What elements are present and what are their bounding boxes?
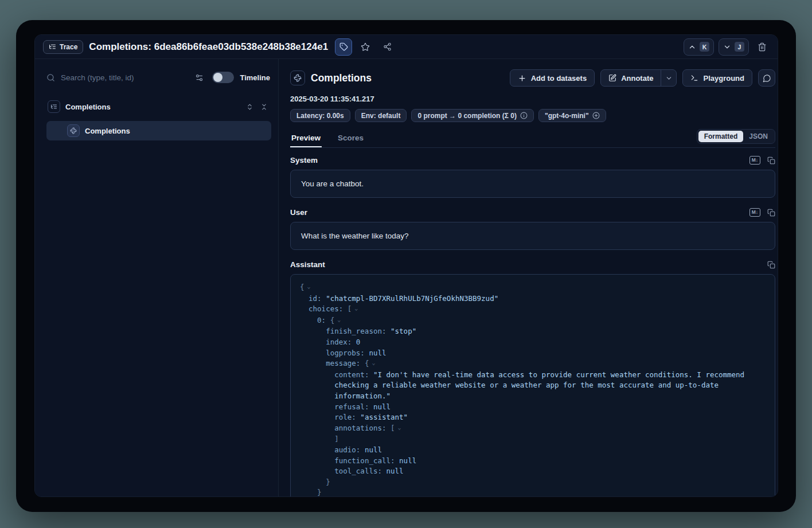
- annotate-dropdown-button[interactable]: [661, 70, 676, 86]
- comments-button[interactable]: [758, 69, 775, 87]
- assistant-head-icons: [767, 261, 775, 269]
- json-code-line: logprobs: null: [300, 348, 766, 359]
- tab-preview[interactable]: Preview: [290, 130, 322, 147]
- toggle-knob: [213, 73, 222, 82]
- tab-scores[interactable]: Scores: [337, 130, 365, 147]
- generation-icon-box: [290, 71, 305, 85]
- latency-badge: Latency: 0.00s: [290, 109, 350, 122]
- trace-header: Trace Completions: 6dea86b6feae03db538e2…: [35, 35, 778, 59]
- system-message-box: You are a chatbot.: [290, 170, 775, 198]
- collapse-caret-icon[interactable]: ⌄: [354, 305, 358, 311]
- app-body: Timeline Completions: [35, 59, 778, 496]
- playground-label: Playground: [703, 74, 744, 83]
- observation-detail-panel: Completions Add to datasets: [279, 59, 778, 496]
- app-chrome: Trace Completions: 6dea86b6feae03db538e2…: [34, 34, 778, 497]
- model-badge-label: "gpt-4o-mini": [545, 112, 589, 120]
- add-to-datasets-button[interactable]: Add to datasets: [510, 69, 595, 87]
- star-icon: [361, 42, 370, 52]
- json-code-line: function_call: null: [300, 456, 766, 467]
- annotate-button[interactable]: Annotate: [601, 70, 661, 86]
- assistant-section-head: Assistant: [290, 260, 775, 269]
- plus-icon: [518, 74, 526, 83]
- copy-button[interactable]: [767, 261, 775, 269]
- markdown-toggle-button[interactable]: M↓: [749, 156, 760, 164]
- search-input[interactable]: [61, 73, 186, 82]
- markdown-toggle-button[interactable]: M↓: [749, 208, 760, 216]
- json-code-line: content: "I don't have real-time data ac…: [300, 370, 766, 402]
- collapse-caret-icon[interactable]: ⌄: [337, 316, 341, 323]
- assistant-title: Assistant: [290, 260, 325, 269]
- json-code-line: }: [300, 487, 766, 496]
- badges-row: Latency: 0.00s Env: default 0 prompt → 0…: [290, 109, 775, 122]
- collapse-caret-icon[interactable]: ⌄: [372, 359, 375, 366]
- chevron-down-icon: [723, 43, 731, 51]
- trace-root-icon-box: [48, 100, 60, 113]
- tree-item-trace-root[interactable]: Completions: [46, 98, 271, 115]
- list-tree-icon: [49, 43, 56, 50]
- env-badge: Env: default: [355, 109, 407, 122]
- trace-title: Completions: 6dea86b6feae03db538e248b38e…: [89, 41, 328, 53]
- terminal-icon: [690, 74, 698, 82]
- json-code-line: }: [300, 477, 766, 488]
- prev-trace-button[interactable]: K: [684, 38, 714, 56]
- observation-header: Completions Add to datasets: [290, 68, 775, 88]
- generation-fan-icon: [294, 74, 302, 82]
- json-code-line: choices: [⌄: [300, 304, 766, 315]
- json-code-line: role: "assistant": [300, 412, 766, 423]
- star-button[interactable]: [357, 38, 374, 56]
- annotate-split-button: Annotate: [600, 69, 677, 87]
- system-section-head: System M↓: [290, 156, 775, 165]
- format-formatted-button[interactable]: Formatted: [698, 131, 744, 142]
- collapse-caret-icon[interactable]: ⌄: [307, 283, 311, 290]
- trace-type-badge: Trace: [43, 40, 83, 54]
- copy-button[interactable]: [767, 209, 775, 217]
- shortcut-key-j: J: [735, 42, 744, 52]
- tag-icon: [339, 42, 348, 51]
- annotate-label: Annotate: [621, 74, 653, 83]
- circle-plus-icon[interactable]: [592, 112, 600, 119]
- next-trace-button[interactable]: J: [719, 38, 749, 56]
- share-icon: [383, 42, 392, 51]
- markdown-icon: M↓: [749, 156, 760, 164]
- search-icon: [46, 73, 55, 82]
- message-circle-icon: [763, 74, 771, 83]
- timeline-toggle[interactable]: [212, 72, 234, 83]
- collapse-caret-icon[interactable]: ⌄: [398, 424, 401, 431]
- json-code-line: index: 0: [300, 337, 766, 348]
- tag-button[interactable]: [335, 38, 352, 56]
- tree-item-completions[interactable]: Completions: [46, 121, 271, 140]
- tree-actions: [243, 100, 270, 113]
- user-section: User M↓ What is the weat: [290, 208, 775, 250]
- latency-badge-label: Latency: 0.00s: [296, 112, 344, 120]
- user-title: User: [290, 208, 307, 217]
- user-head-icons: M↓: [749, 208, 775, 216]
- add-to-datasets-label: Add to datasets: [531, 74, 587, 83]
- format-toggle: Formatted JSON: [697, 129, 775, 144]
- delete-trace-button[interactable]: [754, 38, 771, 56]
- copy-icon: [767, 157, 775, 165]
- info-icon[interactable]: [520, 112, 528, 119]
- format-json-button[interactable]: JSON: [743, 131, 774, 142]
- playground-button[interactable]: Playground: [682, 69, 752, 87]
- json-code-line: 0: {⌄: [300, 315, 766, 327]
- token-usage-label: 0 prompt → 0 completion (Σ 0): [417, 112, 517, 120]
- collapse-all-button[interactable]: [257, 100, 270, 113]
- shortcut-key-k: K: [700, 42, 709, 52]
- search-settings-button[interactable]: [192, 70, 206, 85]
- json-code-line: {⌄: [300, 282, 766, 294]
- chevrons-down-up-icon: [260, 103, 268, 111]
- json-code-line: message: {⌄: [300, 358, 766, 370]
- observation-title: Completions: [311, 72, 372, 84]
- system-head-icons: M↓: [749, 156, 775, 164]
- json-code-line: id: "chatcmpl-BD7XRulRhULb7NjGfeOkhN3BB9…: [300, 294, 766, 304]
- list-tree-icon: [50, 103, 57, 110]
- tree-child-label: Completions: [85, 127, 130, 135]
- chevron-down-icon: [665, 75, 673, 82]
- trash-icon: [758, 42, 767, 52]
- share-button[interactable]: [378, 38, 396, 56]
- user-message-box: What is the weather like today?: [290, 222, 775, 250]
- env-badge-label: Env: default: [361, 112, 401, 120]
- tree-root-label: Completions: [65, 103, 111, 111]
- expand-all-button[interactable]: [243, 100, 256, 113]
- copy-button[interactable]: [767, 157, 775, 165]
